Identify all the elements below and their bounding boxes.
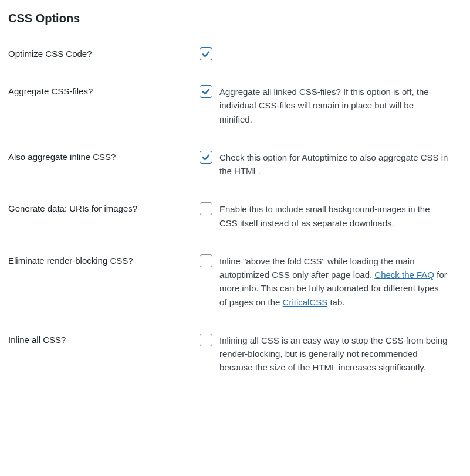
link-check-faq[interactable]: Check the FAQ [374,270,434,280]
label-inline-all: Inline all CSS? [8,334,200,345]
description-aggregate-inline: Check this option for Autoptimize to als… [219,151,448,178]
description-aggregate-css: Aggregate all linked CSS-files? If this … [219,85,448,126]
desc-text-part3: tab. [327,297,344,307]
description-data-uris: Enable this to include small background-… [219,202,448,230]
option-row-eliminate-render-blocking: Eliminate render-blocking CSS? Inline "a… [8,254,462,309]
label-aggregate-inline: Also aggregate inline CSS? [8,151,200,162]
option-row-data-uris: Generate data: URIs for images? Enable t… [8,202,462,230]
option-row-inline-all: Inline all CSS? Inlining all CSS is an e… [8,334,462,375]
label-optimize-css: Optimize CSS Code? [8,47,200,59]
option-row-optimize-css: Optimize CSS Code? [8,47,462,60]
option-row-aggregate-css: Aggregate CSS-files? Aggregate all linke… [8,85,462,126]
checkbox-data-uris[interactable] [200,202,212,215]
description-eliminate-render-blocking: Inline "above the fold CSS" while loadin… [219,254,448,309]
checkbox-aggregate-inline[interactable] [200,151,212,164]
checkmark-icon [201,152,211,162]
checkmark-icon [201,87,211,96]
description-inline-all: Inlining all CSS is an easy way to stop … [219,334,448,375]
label-data-uris: Generate data: URIs for images? [8,202,200,213]
checkbox-optimize-css[interactable] [200,47,212,60]
section-title: CSS Options [8,12,462,25]
link-criticalcss[interactable]: CriticalCSS [283,297,328,307]
label-eliminate-render-blocking: Eliminate render-blocking CSS? [8,254,200,266]
checkbox-inline-all[interactable] [200,334,212,346]
checkmark-icon [201,49,211,59]
checkbox-eliminate-render-blocking[interactable] [200,254,212,267]
checkbox-aggregate-css[interactable] [200,85,212,98]
option-row-aggregate-inline: Also aggregate inline CSS? Check this op… [8,151,462,178]
label-aggregate-css: Aggregate CSS-files? [8,85,200,96]
